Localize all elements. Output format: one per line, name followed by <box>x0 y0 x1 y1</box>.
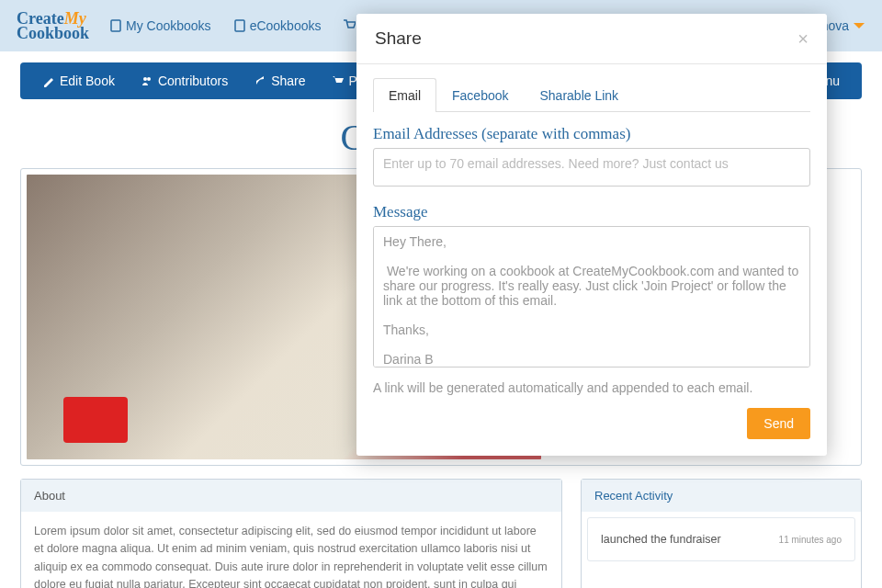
tablet-icon <box>233 19 246 32</box>
activity-heading: Recent Activity <box>582 480 861 512</box>
emails-label: Email Addresses (separate with commas) <box>373 125 810 143</box>
svg-point-3 <box>143 77 147 81</box>
bar-label: Edit Book <box>60 74 115 88</box>
activity-text: launched the fundraiser <box>601 533 721 546</box>
svg-point-4 <box>147 77 151 81</box>
users-icon <box>141 74 153 87</box>
activity-item: launched the fundraiser 11 minutes ago <box>587 517 855 561</box>
about-body: Lorem ipsum dolor sit amet, consectetur … <box>21 512 561 588</box>
bar-label: Share <box>271 74 305 88</box>
svg-rect-1 <box>235 20 244 31</box>
share-modal: Share × Email Facebook Sharable Link Ema… <box>356 14 827 456</box>
link-hint: A link will be generated automatically a… <box>373 380 810 395</box>
nav-my-cookbooks[interactable]: My Cookbooks <box>109 18 211 33</box>
nav-ecookbooks[interactable]: eCookbooks <box>233 18 322 33</box>
book-icon <box>109 19 122 32</box>
tab-email[interactable]: Email <box>373 78 436 112</box>
edit-book-button[interactable]: Edit Book <box>42 74 115 88</box>
svg-rect-0 <box>111 20 120 31</box>
logo[interactable]: CreateMy Cookbook <box>17 11 89 40</box>
purchase-button[interactable]: P <box>332 74 357 88</box>
message-input[interactable] <box>373 226 810 368</box>
cart-icon <box>343 19 356 32</box>
logo-text-3: Cookbook <box>17 26 89 40</box>
send-button[interactable]: Send <box>747 408 810 439</box>
about-heading: About <box>21 480 561 512</box>
tab-facebook[interactable]: Facebook <box>436 78 524 112</box>
share-icon <box>254 74 266 87</box>
activity-time: 11 minutes ago <box>779 535 842 545</box>
bar-label: Contributors <box>158 74 228 88</box>
modal-header: Share × <box>356 14 827 64</box>
modal-title: Share <box>375 28 422 49</box>
nav-label: eCookbooks <box>250 18 322 33</box>
share-button[interactable]: Share <box>254 74 305 88</box>
chevron-down-icon <box>853 19 865 32</box>
pencil-icon <box>42 74 55 87</box>
contributors-button[interactable]: Contributors <box>141 74 228 88</box>
about-panel: About Lorem ipsum dolor sit amet, consec… <box>20 479 562 588</box>
emails-input[interactable] <box>373 148 810 187</box>
nav-label: My Cookbooks <box>126 18 211 33</box>
cart-icon <box>332 74 345 87</box>
activity-panel: Recent Activity launched the fundraiser … <box>581 479 862 588</box>
message-label: Message <box>373 203 810 221</box>
share-tabs: Email Facebook Sharable Link <box>373 77 810 112</box>
close-icon[interactable]: × <box>797 29 808 48</box>
tab-sharable-link[interactable]: Sharable Link <box>525 78 635 112</box>
